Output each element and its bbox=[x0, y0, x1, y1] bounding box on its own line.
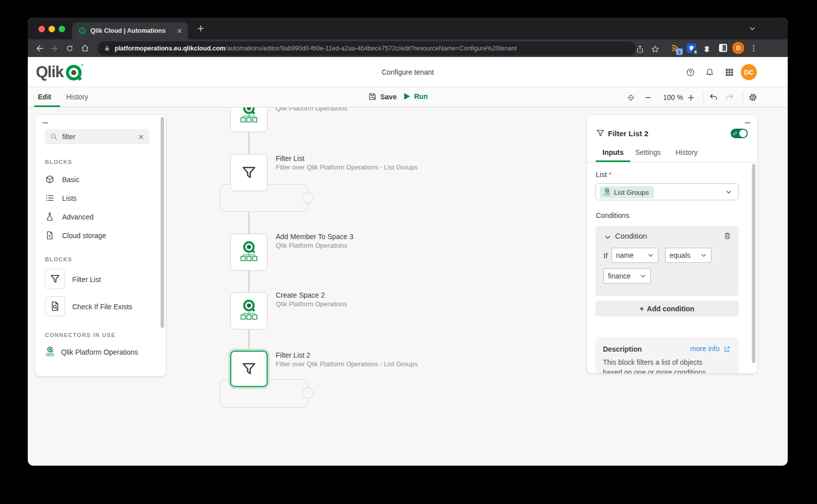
redo-icon[interactable] bbox=[725, 93, 734, 102]
tabs-divider bbox=[587, 162, 757, 162]
window-zoom-button[interactable] bbox=[59, 26, 65, 32]
condition-field-select[interactable]: name bbox=[611, 248, 658, 263]
user-avatar[interactable]: DC bbox=[741, 64, 757, 80]
chevron-down-icon bbox=[700, 252, 707, 259]
linked-toggle[interactable] bbox=[731, 129, 748, 138]
block-search[interactable] bbox=[45, 129, 149, 144]
add-condition-button[interactable]: + Add condition bbox=[595, 301, 739, 316]
side-panel-icon[interactable] bbox=[719, 44, 727, 52]
sidebar-item-basic[interactable]: Basic bbox=[45, 175, 79, 184]
clear-search-icon[interactable] bbox=[138, 134, 144, 140]
sidebar-scrollbar[interactable] bbox=[161, 117, 164, 328]
run-button[interactable]: Run bbox=[403, 92, 428, 100]
bookmark-star-icon[interactable] bbox=[651, 45, 659, 53]
node-subtitle: Qlik Platform Operations bbox=[276, 242, 347, 249]
condition-value: finance bbox=[608, 272, 631, 280]
new-tab-button[interactable] bbox=[197, 25, 205, 32]
zoom-out-icon[interactable] bbox=[644, 94, 652, 101]
more-info-link[interactable]: more info bbox=[690, 345, 720, 353]
tab-history[interactable]: History bbox=[66, 93, 88, 101]
filter-list-block[interactable] bbox=[45, 269, 65, 289]
connector-label: Qlik Platform Operations bbox=[61, 348, 138, 356]
condition-value-select[interactable]: finance bbox=[603, 268, 651, 284]
delete-condition-trash-icon[interactable] bbox=[723, 232, 732, 240]
loop-output-handle[interactable] bbox=[302, 192, 314, 203]
filter-list-block-label[interactable]: Filter List bbox=[72, 275, 101, 284]
check-if-file-exists-block[interactable] bbox=[45, 296, 65, 316]
extensions-puzzle-icon[interactable] bbox=[703, 43, 712, 52]
back-button[interactable] bbox=[32, 41, 47, 55]
app-launcher-grid-icon[interactable] bbox=[725, 68, 734, 77]
address-bar[interactable]: platformoperations.eu.qlikcloud.com/auto… bbox=[97, 41, 636, 55]
browser-tab[interactable]: Qlik Cloud | Automations bbox=[72, 22, 188, 39]
run-play-icon bbox=[403, 92, 411, 100]
node-create-space-2[interactable] bbox=[230, 292, 268, 329]
home-button[interactable] bbox=[77, 41, 92, 55]
qlik-logo-text: Qlik bbox=[36, 63, 64, 81]
loop-output-handle[interactable] bbox=[302, 387, 314, 399]
tab-close-icon[interactable] bbox=[176, 28, 183, 34]
notifications-bell-icon[interactable] bbox=[705, 68, 714, 77]
zoom-in-icon[interactable] bbox=[687, 94, 695, 101]
collapse-inspector-icon[interactable] bbox=[744, 119, 751, 127]
password-extension-icon[interactable]: 6 bbox=[687, 43, 696, 53]
tab-history[interactable]: History bbox=[676, 148, 698, 156]
tab-settings[interactable]: Settings bbox=[635, 148, 661, 156]
connector-qlik-platform-operations[interactable]: Qlik Platform Operations bbox=[45, 346, 138, 358]
node-title: Filter List bbox=[276, 154, 304, 162]
chevron-down-icon bbox=[640, 273, 646, 279]
tab-edit[interactable]: Edit bbox=[38, 93, 51, 101]
window-close-button[interactable] bbox=[38, 26, 45, 32]
funnel-icon bbox=[49, 273, 61, 285]
forward-button[interactable] bbox=[47, 41, 62, 55]
browser-window: Qlik Cloud | Automations platformoperati… bbox=[28, 18, 788, 466]
node-subtitle: Qlik Platform Operations bbox=[276, 107, 347, 112]
inspector-scrollbar[interactable] bbox=[752, 164, 755, 363]
cube-icon bbox=[45, 175, 55, 184]
check-if-file-exists-block-label[interactable]: Check If File Exists bbox=[72, 303, 132, 311]
qlik-platform-operations-icon bbox=[45, 346, 55, 358]
settings-gear-icon[interactable] bbox=[748, 93, 757, 102]
collapse-condition-chevron-icon[interactable] bbox=[604, 234, 611, 241]
qlik-platform-operations-icon bbox=[238, 107, 260, 126]
blocks-section-header: BLOCKS bbox=[45, 159, 72, 165]
toggle-knob bbox=[739, 130, 747, 137]
sidebar-item-lists[interactable]: Lists bbox=[45, 193, 77, 203]
node-add-member-to-space-3[interactable] bbox=[230, 234, 268, 271]
browser-profile-avatar[interactable]: D bbox=[732, 42, 744, 54]
save-button[interactable]: Save bbox=[368, 92, 397, 101]
password-extension-badge: 6 bbox=[692, 48, 699, 55]
document-icon bbox=[45, 231, 55, 240]
save-icon bbox=[368, 92, 377, 101]
qlik-logo[interactable]: Qlik bbox=[36, 63, 84, 82]
node-filter-list[interactable] bbox=[230, 154, 268, 191]
list-dropdown[interactable]: List Groups bbox=[595, 183, 739, 200]
browser-menu-icon[interactable] bbox=[749, 44, 758, 52]
collapse-sidebar-icon[interactable] bbox=[41, 119, 49, 127]
block-inspector-panel: Filter List 2 Inputs Settings History Li… bbox=[587, 115, 757, 373]
browser-toolbar: platformoperations.eu.qlikcloud.com/auto… bbox=[28, 39, 788, 57]
help-icon[interactable] bbox=[686, 68, 695, 77]
chevron-down-icon bbox=[725, 189, 732, 196]
window-minimize-button[interactable] bbox=[48, 26, 55, 32]
rss-extension-badge: 1 bbox=[676, 48, 683, 55]
automation-canvas[interactable]: Qlik Platform Operations Filter List Fil… bbox=[28, 107, 788, 466]
zoom-level[interactable]: 100 % bbox=[659, 93, 687, 101]
sidebar-item-advanced[interactable]: Advanced bbox=[45, 212, 93, 221]
url-path: /automations/editor/9ab990d0-fb0e-11ed-a… bbox=[225, 45, 517, 52]
share-icon[interactable] bbox=[636, 45, 644, 53]
rss-extension-icon[interactable]: 1 bbox=[671, 43, 680, 53]
blocks-sidebar: BLOCKS Basic Lists Advanced Cloud storag… bbox=[35, 115, 166, 376]
tab-inputs[interactable]: Inputs bbox=[602, 148, 624, 156]
node-start-qlik-platform-operations[interactable] bbox=[230, 107, 268, 132]
sidebar-item-cloud-storage[interactable]: Cloud storage bbox=[45, 231, 106, 240]
qlik-platform-operations-icon bbox=[603, 188, 611, 197]
node-filter-list-2-selected[interactable] bbox=[230, 351, 268, 387]
condition-operator-select[interactable]: equals bbox=[665, 248, 711, 263]
undo-icon[interactable] bbox=[709, 93, 718, 102]
reload-button[interactable] bbox=[62, 41, 77, 55]
inspector-title: Filter List 2 bbox=[608, 129, 648, 138]
search-input[interactable] bbox=[62, 133, 128, 141]
center-canvas-target-icon[interactable] bbox=[627, 93, 635, 102]
tab-search-chevron-icon[interactable] bbox=[749, 25, 756, 32]
